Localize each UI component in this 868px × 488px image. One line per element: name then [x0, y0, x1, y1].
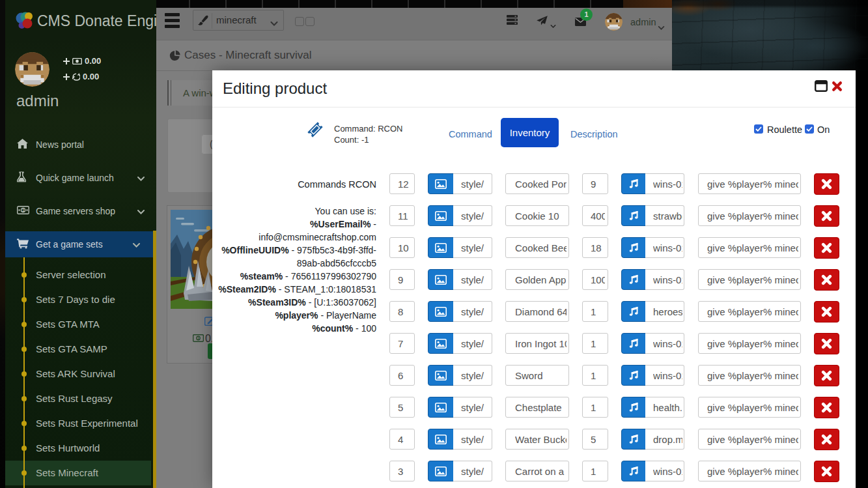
- svg-text:1: 1: [22, 208, 25, 212]
